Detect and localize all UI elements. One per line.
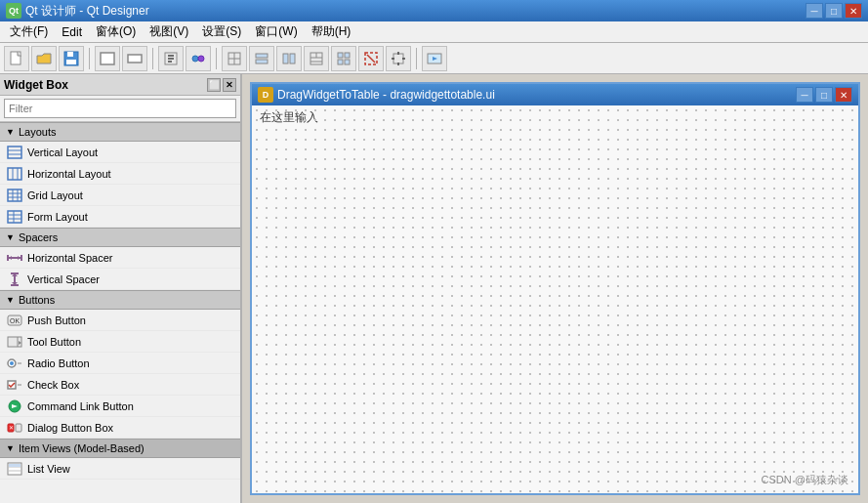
designer-title-controls: ─ □ ✕ <box>796 87 852 103</box>
widget-item-push-button[interactable]: OK Push Button <box>0 310 240 331</box>
designer-window: D DragWidgetToTable - dragwidgettotable.… <box>250 82 860 495</box>
svg-rect-43 <box>8 189 21 201</box>
radio-button-label: Radio Button <box>27 357 90 369</box>
menu-file[interactable]: 文件(F) <box>4 21 54 42</box>
widget-box-close-btn[interactable]: ✕ <box>223 78 236 92</box>
toolbar-save-btn[interactable] <box>59 46 84 71</box>
check-box-label: Check Box <box>27 379 79 391</box>
push-button-label: Push Button <box>27 314 86 326</box>
svg-rect-16 <box>256 54 268 58</box>
menu-view[interactable]: 视图(V) <box>144 21 194 42</box>
svg-rect-26 <box>338 60 343 64</box>
command-link-label: Command Link Button <box>27 400 134 412</box>
category-buttons-label: Buttons <box>19 294 55 306</box>
toolbar-sep-1 <box>89 48 90 69</box>
widget-item-form-layout[interactable]: Form Layout <box>0 206 240 228</box>
svg-text:✕: ✕ <box>9 425 14 431</box>
widget-item-dialog-button-box[interactable]: ✕ Dialog Button Box <box>0 417 240 439</box>
svg-rect-76 <box>16 424 21 432</box>
toolbar-new-btn[interactable] <box>4 46 29 71</box>
toolbar-layout1-btn[interactable] <box>222 46 247 71</box>
toolbar-open-btn[interactable] <box>31 46 57 71</box>
widget-box-title: Widget Box ⬜ ✕ <box>0 74 240 96</box>
app-icon: Qt <box>6 3 21 19</box>
category-arrow-layouts: ▼ <box>6 127 15 137</box>
form-canvas[interactable]: 在这里输入 CSDN @码猿杂谈 <box>252 105 858 493</box>
form-canvas-label: 在这里输入 <box>260 109 318 126</box>
toolbar-widget1-btn[interactable] <box>95 46 120 71</box>
category-arrow-item-views: ▼ <box>6 443 15 453</box>
toolbar-layout2-btn[interactable] <box>249 46 274 71</box>
command-link-icon <box>6 398 23 415</box>
svg-point-10 <box>192 56 198 62</box>
svg-rect-2 <box>67 52 73 57</box>
tool-button-label: Tool Button <box>27 336 81 348</box>
title-bar: Qt Qt 设计师 - Qt Designer ─ □ ✕ <box>0 0 868 21</box>
toolbar-break-layout-btn[interactable] <box>358 46 384 71</box>
widget-box-title-controls: ⬜ ✕ <box>207 78 236 92</box>
category-layouts-label: Layouts <box>19 126 57 138</box>
widget-item-command-link[interactable]: Command Link Button <box>0 396 240 417</box>
designer-window-title: DragWidgetToTable - dragwidgettotable.ui <box>277 88 796 102</box>
svg-marker-56 <box>18 256 21 260</box>
widget-box-float-btn[interactable]: ⬜ <box>207 78 221 92</box>
content-area: D DragWidgetToTable - dragwidgettotable.… <box>242 74 868 503</box>
toolbar-adjust-size-btn[interactable] <box>386 46 411 71</box>
toolbar-edit-ui-btn[interactable] <box>158 46 184 71</box>
toolbar-widget2-btn[interactable] <box>122 46 147 71</box>
widget-item-list-view[interactable]: List View <box>0 458 240 480</box>
designer-minimize-btn[interactable]: ─ <box>796 87 813 103</box>
dialog-button-box-label: Dialog Button Box <box>27 422 113 434</box>
svg-marker-55 <box>9 256 12 260</box>
widget-box-label: Widget Box <box>4 78 68 92</box>
menu-form[interactable]: 窗体(O) <box>90 21 142 42</box>
category-layouts[interactable]: ▼ Layouts <box>0 122 240 142</box>
widget-item-tool-button[interactable]: Tool Button <box>0 331 240 353</box>
widget-item-grid-layout[interactable]: Grid Layout <box>0 185 240 206</box>
widget-item-radio-button[interactable]: Radio Button <box>0 353 240 374</box>
svg-rect-4 <box>101 53 114 64</box>
category-spacers-label: Spacers <box>19 231 58 243</box>
close-button[interactable]: ✕ <box>845 3 862 19</box>
toolbar-layout3-btn[interactable] <box>276 46 302 71</box>
category-item-views[interactable]: ▼ Item Views (Model-Based) <box>0 439 240 458</box>
menu-edit[interactable]: Edit <box>56 23 88 41</box>
vertical-layout-icon <box>6 144 23 161</box>
toolbar-layout4-btn[interactable] <box>304 46 329 71</box>
filter-input[interactable] <box>4 99 236 118</box>
svg-rect-40 <box>8 168 21 180</box>
category-arrow-buttons: ▼ <box>6 295 15 305</box>
menu-bar: 文件(F) Edit 窗体(O) 视图(V) 设置(S) 窗口(W) 帮助(H) <box>0 21 868 43</box>
svg-line-29 <box>367 55 375 63</box>
widget-item-vertical-spacer[interactable]: Vertical Spacer <box>0 269 240 290</box>
toolbar-signals-btn[interactable] <box>186 46 211 71</box>
horizontal-layout-label: Horizontal Layout <box>27 168 111 180</box>
svg-rect-19 <box>290 54 295 63</box>
dialog-button-box-icon: ✕ <box>6 419 23 437</box>
menu-settings[interactable]: 设置(S) <box>196 21 247 42</box>
designer-maximize-btn[interactable]: □ <box>815 87 833 103</box>
form-layout-icon <box>6 208 23 226</box>
widget-item-vertical-layout[interactable]: Vertical Layout <box>0 142 240 163</box>
vertical-spacer-icon <box>6 271 23 288</box>
tool-button-icon <box>6 333 23 351</box>
maximize-button[interactable]: □ <box>825 3 843 19</box>
toolbar-layout5-btn[interactable] <box>331 46 356 71</box>
menu-window[interactable]: 窗口(W) <box>249 21 303 42</box>
widget-item-check-box[interactable]: Check Box <box>0 374 240 396</box>
toolbar <box>0 43 868 74</box>
watermark: CSDN @码猿杂谈 <box>762 473 848 487</box>
category-buttons[interactable]: ▼ Buttons <box>0 290 240 310</box>
check-box-icon <box>6 376 23 394</box>
toolbar-preview-btn[interactable] <box>422 46 447 71</box>
widget-item-horizontal-spacer[interactable]: Horizontal Spacer <box>0 247 240 269</box>
grid-layout-label: Grid Layout <box>27 189 83 201</box>
svg-rect-27 <box>345 60 350 64</box>
designer-close-btn[interactable]: ✕ <box>835 87 852 103</box>
minimize-button[interactable]: ─ <box>806 3 823 19</box>
category-spacers[interactable]: ▼ Spacers <box>0 228 240 247</box>
menu-help[interactable]: 帮助(H) <box>306 21 357 42</box>
designer-window-icon: D <box>258 87 273 103</box>
widget-item-horizontal-layout[interactable]: Horizontal Layout <box>0 163 240 185</box>
push-button-icon: OK <box>6 312 23 329</box>
